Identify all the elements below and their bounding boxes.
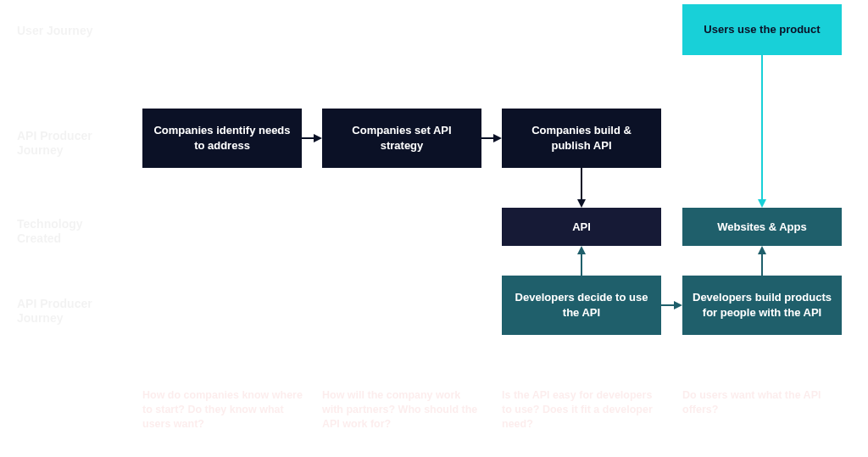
svg-marker-5 — [577, 199, 586, 208]
box-companies-build-publish: Companies build & publish API — [502, 109, 661, 168]
row-label-api-producer: API Producer Journey — [17, 129, 127, 158]
box-websites-apps: Websites & Apps — [682, 208, 842, 246]
svg-marker-9 — [674, 301, 682, 309]
svg-marker-1 — [314, 134, 322, 142]
question-3: Is the API easy for developers to use? D… — [502, 388, 663, 432]
svg-marker-7 — [577, 246, 586, 254]
svg-marker-3 — [493, 134, 502, 142]
svg-marker-13 — [758, 199, 766, 208]
arrow-identify-to-strategy — [302, 131, 322, 145]
box-companies-identify: Companies identify needs to address — [142, 109, 302, 168]
arrow-devdecide-to-devbuild — [661, 298, 682, 312]
row-label-user: User Journey — [17, 24, 127, 38]
arrow-strategy-to-build — [481, 131, 502, 145]
svg-marker-11 — [758, 246, 766, 254]
arrow-users-to-websites — [755, 55, 769, 208]
question-1: How do companies know where to start? Do… — [142, 388, 303, 432]
arrow-devdecide-to-api — [575, 246, 588, 276]
box-companies-strategy: Companies set API strategy — [322, 109, 481, 168]
box-developers-build: Developers build products for people wit… — [682, 276, 842, 335]
box-api: API — [502, 208, 661, 246]
question-4: Do users want what the API offers? — [682, 388, 843, 417]
arrow-build-to-api — [575, 168, 588, 208]
row-label-tech: Technology Created — [17, 217, 127, 246]
box-users-use-product: Users use the product — [682, 4, 842, 55]
box-developers-decide: Developers decide to use the API — [502, 276, 661, 335]
row-label-api-consumer: API Producer Journey — [17, 297, 127, 326]
question-2: How will the company work with partners?… — [322, 388, 483, 432]
arrow-devbuild-to-websites — [755, 246, 769, 276]
